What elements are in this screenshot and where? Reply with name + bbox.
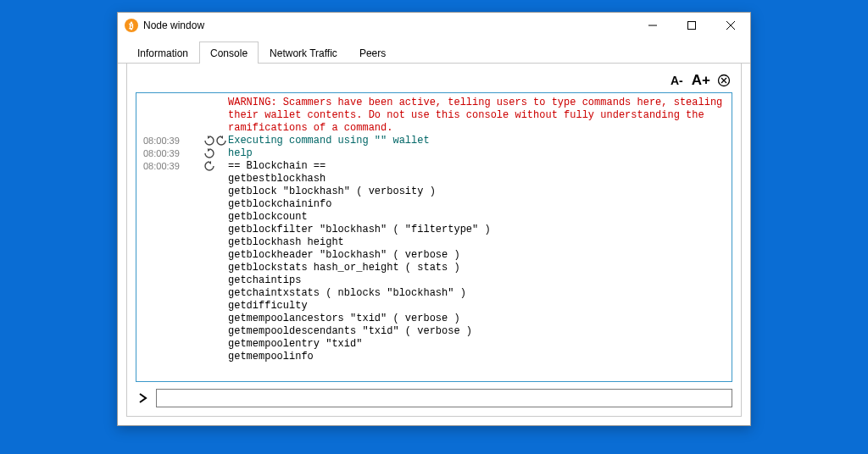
prompt-icon xyxy=(136,393,151,403)
console-warning-text: WARNING: Scammers have been active, tell… xyxy=(228,97,730,135)
tab-peers[interactable]: Peers xyxy=(348,42,397,64)
tab-information[interactable]: Information xyxy=(126,42,199,64)
console-log-row: 08:00:39 == Blockchain == getbestblockha… xyxy=(143,160,730,363)
log-text: help xyxy=(228,147,730,160)
log-text: Executing command using "" wallet xyxy=(228,135,730,147)
clear-icon xyxy=(717,74,731,87)
app-icon: ₿ xyxy=(125,19,138,32)
font-decrease-button[interactable]: A- xyxy=(669,74,685,87)
console-input-row xyxy=(136,389,732,407)
maximize-button[interactable] xyxy=(672,13,711,38)
command-out-icon xyxy=(204,160,228,171)
log-text: == Blockchain == getbestblockhash getblo… xyxy=(228,160,730,363)
log-timestamp: 08:00:39 xyxy=(143,135,204,147)
log-timestamp: 08:00:39 xyxy=(143,160,204,173)
command-in-icon xyxy=(204,147,228,158)
maximize-icon xyxy=(687,21,696,30)
tab-bar: Information Console Network Traffic Peer… xyxy=(118,38,750,64)
close-icon xyxy=(726,21,735,30)
console-toolbar: A- A+ xyxy=(136,69,732,92)
console-warning-row: WARNING: Scammers have been active, tell… xyxy=(143,97,730,135)
console-output[interactable]: WARNING: Scammers have been active, tell… xyxy=(136,93,732,381)
tab-network-traffic[interactable]: Network Traffic xyxy=(259,42,348,64)
node-window: ₿ Node window Information Console Networ… xyxy=(117,12,751,426)
window-title: Node window xyxy=(143,19,204,31)
close-button[interactable] xyxy=(711,13,750,38)
exec-icon xyxy=(204,135,228,146)
tab-console[interactable]: Console xyxy=(199,42,259,64)
minimize-icon xyxy=(648,21,657,30)
console-log-row: 08:00:39 Executing command using "" wall… xyxy=(143,135,730,147)
titlebar: ₿ Node window xyxy=(118,13,750,38)
console-panel: A- A+ WARNING: Scammers have been active… xyxy=(126,64,742,417)
console-output-frame: WARNING: Scammers have been active, tell… xyxy=(136,92,732,382)
clear-console-button[interactable] xyxy=(717,74,731,87)
console-log-row: 08:00:39 help xyxy=(143,147,730,160)
font-increase-button[interactable]: A+ xyxy=(690,72,712,89)
log-timestamp: 08:00:39 xyxy=(143,147,204,160)
minimize-button[interactable] xyxy=(633,13,672,38)
console-input[interactable] xyxy=(156,389,732,407)
window-controls xyxy=(633,13,750,38)
svg-rect-1 xyxy=(688,22,696,30)
